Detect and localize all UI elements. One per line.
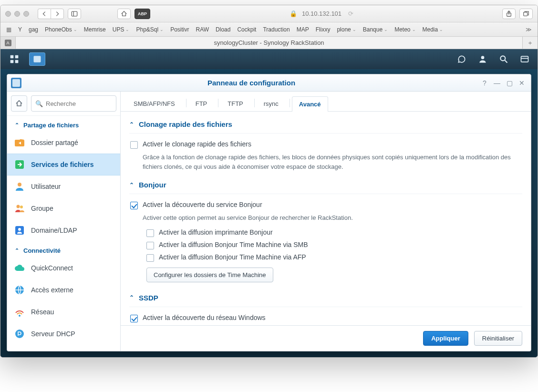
sidebar-toggle-button[interactable]: [68, 9, 81, 19]
minimize-dot[interactable]: [14, 11, 20, 17]
user-icon: [14, 181, 25, 192]
close-dot[interactable]: [5, 11, 11, 17]
back-button[interactable]: [38, 9, 51, 19]
section-connectivity[interactable]: ⌃Connectivité: [7, 241, 120, 257]
row-enable-fast-clone: Activer le clonage rapide des fichiers: [129, 138, 522, 151]
svg-rect-3: [524, 12, 528, 16]
bookmark-item[interactable]: gag: [29, 26, 38, 33]
tab-ftp[interactable]: FTP: [188, 96, 215, 111]
bookmark-item[interactable]: Positivr: [170, 26, 189, 33]
bookmark-item[interactable]: Meteo⌄: [394, 26, 415, 33]
checkbox-enable-bonjour[interactable]: [130, 202, 138, 209]
bookmark-item[interactable]: PhoneObs⌄: [45, 26, 77, 33]
checkbox-bonjour-tm-smb[interactable]: [146, 242, 154, 249]
reset-button[interactable]: Réinitialiser: [474, 331, 522, 346]
bookmark-item[interactable]: Dload: [216, 26, 230, 33]
tab-title: synologyCluster - Synology RackStation: [214, 39, 324, 46]
configure-time-machine-button[interactable]: Configurer les dossiers de Time Machine: [146, 268, 273, 282]
svg-rect-6: [10, 60, 14, 63]
adblock-icon[interactable]: ABP: [134, 9, 150, 19]
section-title: SSDP: [139, 294, 158, 302]
svg-point-17: [17, 205, 20, 208]
sidebar-item-dhcp-server[interactable]: Serveur DHCP: [7, 323, 120, 345]
sidebar-item-network[interactable]: Réseau: [7, 301, 120, 323]
dsm-main-menu-icon[interactable]: [6, 52, 22, 66]
sidebar-item-user[interactable]: Utilisateur: [7, 175, 120, 197]
dsm-user-icon[interactable]: [476, 54, 490, 64]
section-title: Bonjour: [139, 181, 166, 189]
checkbox-enable-fast-clone[interactable]: [130, 141, 138, 149]
checkbox-bonjour-tm-afp[interactable]: [146, 254, 154, 262]
control-panel-titlebar: Panneau de configuration ? — ▢ ✕: [7, 74, 531, 92]
close-icon[interactable]: ✕: [517, 79, 527, 87]
section-bonjour[interactable]: ⌃Bonjour: [129, 178, 522, 194]
chevron-up-icon: ⌃: [14, 248, 20, 254]
tab-smb-afp-nfs[interactable]: SMB/AFP/NFS: [126, 96, 182, 111]
bookmark-item[interactable]: Traduction: [263, 26, 290, 33]
dsm-widgets-icon[interactable]: [517, 54, 532, 64]
dsm-notifications-icon[interactable]: [455, 54, 469, 64]
share-button[interactable]: [502, 9, 516, 19]
dsm-app-control-panel-icon[interactable]: [29, 52, 45, 66]
zoom-dot[interactable]: [23, 11, 29, 17]
sidebar-item-shared-folder[interactable]: Dossier partagé: [7, 132, 120, 154]
home-button[interactable]: [117, 9, 131, 19]
sidebar-item-group[interactable]: Groupe: [7, 197, 120, 219]
section-fast-clone[interactable]: ⌃Clonage rapide des fichiers: [129, 117, 522, 134]
search-input[interactable]: [46, 100, 112, 107]
sidebar-item-label: Serveur DHCP: [31, 330, 75, 338]
bookmark-item[interactable]: RAW: [196, 26, 209, 33]
sidebar-item-external-access[interactable]: Accès externe: [7, 279, 120, 301]
checkbox-bonjour-printer[interactable]: [146, 229, 154, 237]
new-tab-button[interactable]: ＋: [522, 37, 538, 49]
chevron-down-icon: ⌄: [73, 27, 77, 32]
tab-tftp[interactable]: TFTP: [220, 96, 250, 111]
bookmarks-overflow[interactable]: ≫: [526, 26, 532, 33]
bookmark-item[interactable]: Memrise: [84, 26, 106, 33]
chevron-up-icon: ⌃: [129, 182, 134, 188]
section-file-sharing[interactable]: ⌃Partage de fichiers: [7, 116, 120, 132]
bookmark-item[interactable]: Flixxy: [316, 26, 331, 33]
tab-strip: A synologyCluster - Synology RackStation…: [0, 37, 538, 49]
bookmark-item[interactable]: Media⌄: [423, 26, 444, 33]
sidebar-item-file-services[interactable]: Services de fichiers: [7, 154, 120, 175]
bookmark-item[interactable]: plone⌄: [337, 26, 356, 33]
bookmark-item[interactable]: Php&Sql⌄: [136, 26, 164, 33]
section-label: Partage de fichiers: [23, 122, 79, 129]
svg-rect-12: [521, 56, 528, 62]
control-panel-sidebar: 🔍 ⌃Partage de fichiers Dossier partagé: [7, 92, 121, 351]
svg-point-23: [15, 330, 24, 338]
bookmark-item[interactable]: Y: [18, 26, 22, 33]
browser-tab[interactable]: synologyCluster - Synology RackStation: [16, 37, 522, 49]
bookmark-item[interactable]: UPS⌄: [113, 26, 130, 33]
checkbox-label: Activer la diffusion imprimante Bonjour: [159, 228, 273, 236]
apps-grid-icon[interactable]: ▦: [6, 26, 11, 33]
bookmark-item[interactable]: Cockpit: [237, 26, 256, 33]
maximize-icon[interactable]: ▢: [504, 79, 515, 87]
sidebar-home-button[interactable]: [11, 95, 27, 112]
dsm-search-icon[interactable]: [497, 54, 511, 64]
section-ssdp[interactable]: ⌃SSDP: [129, 291, 522, 307]
help-icon[interactable]: ?: [479, 79, 490, 87]
pinned-tab[interactable]: A: [0, 37, 16, 49]
url-text: 10.10.132.101: [302, 10, 341, 17]
tab-advanced[interactable]: Avancé: [292, 96, 328, 112]
apply-button[interactable]: Appliquer: [423, 331, 468, 346]
minimize-icon[interactable]: —: [492, 79, 502, 87]
sidebar-item-label: QuickConnect: [31, 264, 73, 272]
chevron-down-icon: ⌄: [352, 27, 356, 32]
reload-icon[interactable]: ⟳: [348, 10, 353, 17]
url-bar[interactable]: 🔒 10.10.132.101 ⟳: [230, 10, 413, 17]
bookmark-item[interactable]: MAP: [297, 26, 309, 33]
checkbox-enable-ssdp[interactable]: [130, 315, 138, 322]
sidebar-item-domain-ldap[interactable]: Domaine/LDAP: [7, 219, 120, 241]
bookmark-item[interactable]: Banque⌄: [363, 26, 388, 33]
sidebar-item-quickconnect[interactable]: QuickConnect: [7, 257, 120, 279]
chevron-down-icon: ⌄: [125, 27, 129, 32]
chevron-up-icon: ⌃: [14, 122, 20, 128]
sidebar-search[interactable]: 🔍: [31, 95, 116, 112]
forward-button[interactable]: [51, 9, 64, 19]
tab-rsync[interactable]: rsync: [257, 96, 286, 111]
chevron-down-icon: ⌄: [384, 27, 388, 32]
tabs-button[interactable]: [519, 9, 533, 19]
